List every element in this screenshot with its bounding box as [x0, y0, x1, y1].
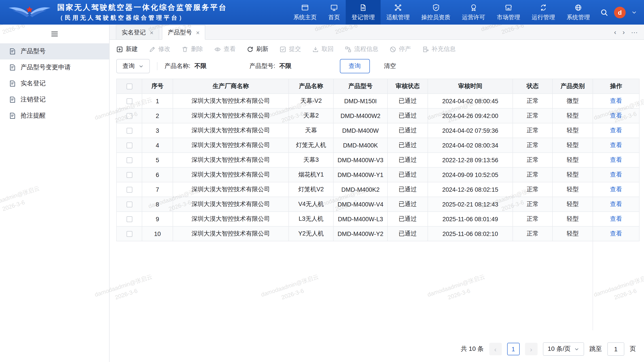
view-link[interactable]: 查看 [610, 97, 622, 104]
delete-button[interactable]: 删除 [182, 45, 203, 53]
table-row: 4 深圳大漠大智控技术有限公司 灯笼无人机 DMD-M400K 已通过 2024… [116, 138, 639, 153]
tab-product-model[interactable]: 产品型号 × [162, 25, 205, 40]
tab-real-name-registration[interactable]: 实名登记 × [116, 25, 159, 40]
submit-button[interactable]: 提交 [280, 45, 301, 53]
select-all-checkbox[interactable] [126, 84, 132, 90]
close-icon[interactable]: × [196, 29, 200, 36]
cell-audit-time: 2025-02-21 08:12:43 [428, 197, 513, 212]
sidebar-item-real-name-registration[interactable]: 实名登记 [0, 75, 109, 92]
nav-item-operation-management[interactable]: 运行管理 [526, 0, 561, 24]
pagination: 共 10 条 ‹ 1 › 10 条/页 跳至 页 [461, 342, 636, 356]
product-model-table: 序号 生产厂商名称 产品名称 产品型号 审核状态 审核时间 状态 产品类别 操作 [116, 79, 640, 241]
cell-manufacturer: 深圳大漠大智控技术有限公司 [173, 212, 289, 226]
prev-page-button[interactable]: ‹ [489, 343, 502, 355]
view-link[interactable]: 查看 [610, 186, 622, 193]
cell-audit-status: 已通过 [388, 226, 428, 241]
view-button[interactable]: 查看 [214, 45, 236, 53]
toolbar: 新建 修改 删除 查看 刷新 提交 [110, 40, 644, 58]
edit-button[interactable]: 修改 [149, 45, 170, 53]
nav-label: 操控员资质 [421, 13, 450, 21]
table-row: 6 深圳大漠大智控技术有限公司 烟花机Y1 DMD-M400W-Y1 已通过 2… [116, 167, 639, 182]
view-link[interactable]: 查看 [610, 215, 622, 222]
nav-item-home[interactable]: 首页 [322, 0, 346, 24]
column-header: 序号 [142, 79, 173, 94]
nav-item-system-management[interactable]: 系统管理 [561, 0, 596, 24]
search-icon[interactable] [600, 8, 608, 16]
sidebar-item-label: 抢注提醒 [20, 112, 46, 120]
check-square-icon [280, 46, 286, 52]
row-checkbox[interactable] [126, 113, 132, 119]
nav-item-system-home[interactable]: 系统主页 [288, 0, 322, 24]
nav-item-market-management[interactable]: 市场管理 [491, 0, 526, 24]
sidebar-item-product-model[interactable]: 产品型号 [0, 43, 109, 59]
cell-no: 10 [142, 226, 173, 241]
cell-model: DMD-M150I [334, 94, 388, 108]
view-link[interactable]: 查看 [610, 230, 622, 237]
nav-item-airworthiness[interactable]: 适航管理 [380, 0, 416, 24]
trash-icon [182, 46, 188, 52]
cell-product-name: Y2无人机 [289, 226, 334, 241]
new-button[interactable]: 新建 [116, 45, 138, 53]
view-link[interactable]: 查看 [610, 112, 622, 119]
tab-more-icon[interactable]: ··· [631, 28, 638, 36]
filter-product-name: 产品名称: 不限 [164, 62, 206, 70]
cell-manufacturer: 深圳大漠大智控技术有限公司 [173, 123, 289, 138]
refresh-button[interactable]: 刷新 [247, 45, 268, 53]
wings-logo-icon [6, 3, 53, 21]
sidebar-item-product-model-change[interactable]: 产品型号变更申请 [0, 59, 109, 75]
jump-page-input[interactable] [607, 342, 624, 356]
supplement-info-button[interactable]: 补充信息 [422, 45, 456, 53]
total-count: 共 10 条 [461, 345, 484, 353]
nav-item-operator-qualification[interactable]: 操控员资质 [416, 0, 456, 24]
row-checkbox[interactable] [126, 128, 132, 134]
search-button[interactable]: 查询 [340, 59, 370, 73]
cell-model: DMD-M400K [334, 138, 388, 153]
retrieve-button[interactable]: 取回 [312, 45, 334, 53]
cell-no: 3 [142, 123, 173, 138]
tab-scroll-left-icon[interactable]: ‹ [614, 28, 616, 36]
cell-status: 正常 [513, 94, 552, 108]
toolbar-label: 停产 [399, 45, 411, 53]
view-link[interactable]: 查看 [610, 171, 622, 178]
doc-edit-icon [9, 96, 16, 103]
view-link[interactable]: 查看 [610, 127, 622, 134]
cell-status: 正常 [513, 182, 552, 197]
process-info-button[interactable]: 流程信息 [345, 45, 378, 53]
tab-scroll-right-icon[interactable]: › [622, 28, 625, 36]
sidebar-item-squat-reminder[interactable]: 抢注提醒 [0, 108, 109, 124]
row-checkbox[interactable] [126, 172, 132, 178]
view-link[interactable]: 查看 [610, 201, 622, 207]
next-page-button[interactable]: › [525, 343, 537, 355]
row-checkbox[interactable] [126, 143, 132, 149]
cell-status: 正常 [513, 212, 552, 226]
query-dropdown-label: 查询 [122, 62, 134, 70]
chevron-down-icon[interactable] [632, 9, 637, 15]
close-icon[interactable]: × [150, 29, 154, 36]
avatar[interactable]: d [614, 6, 626, 18]
row-checkbox[interactable] [126, 231, 132, 237]
column-header: 审核状态 [388, 79, 428, 94]
nav-item-registration[interactable]: 登记管理 [346, 0, 380, 24]
cell-no: 1 [142, 94, 173, 108]
stop-production-button[interactable]: 停产 [390, 45, 411, 53]
current-page-button[interactable]: 1 [507, 343, 520, 355]
sidebar-item-deregistration[interactable]: 注销登记 [0, 92, 109, 108]
row-checkbox[interactable] [126, 187, 132, 193]
row-checkbox[interactable] [126, 217, 132, 222]
cell-product-name: 灯笼机V2 [289, 182, 334, 197]
page-size-select[interactable]: 10 条/页 [543, 342, 584, 356]
pinned-column-divider [592, 241, 593, 330]
row-checkbox[interactable] [126, 98, 132, 104]
view-link[interactable]: 查看 [610, 142, 622, 148]
nav-item-operation-permit[interactable]: 运营许可 [456, 0, 491, 24]
download-tray-icon [312, 46, 319, 52]
badge-icon [470, 3, 478, 11]
toolbar-label: 刷新 [256, 45, 268, 53]
tab-label: 实名登记 [122, 28, 146, 36]
view-link[interactable]: 查看 [610, 156, 622, 163]
query-dropdown-button[interactable]: 查询 [116, 59, 150, 73]
row-checkbox[interactable] [126, 202, 132, 208]
menu-toggle-icon[interactable] [50, 30, 58, 38]
clear-button[interactable]: 清空 [380, 59, 400, 73]
row-checkbox[interactable] [126, 158, 132, 163]
